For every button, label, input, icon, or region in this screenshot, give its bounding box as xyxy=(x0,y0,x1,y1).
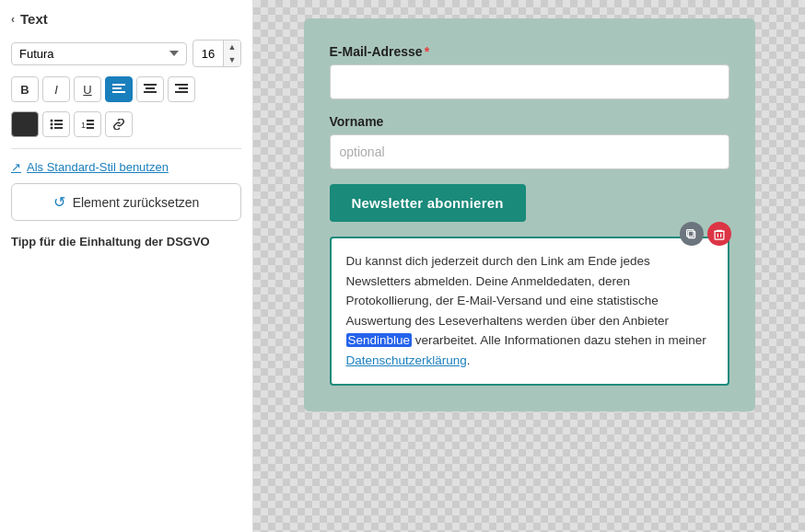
datenschutz-link[interactable]: Datenschutzerklärung xyxy=(346,353,467,367)
email-input[interactable] xyxy=(330,64,729,99)
disclaimer-text-part-1: Du kannst dich jederzeit durch den Link … xyxy=(346,254,669,328)
align-left-button[interactable] xyxy=(105,76,133,102)
svg-point-13 xyxy=(51,127,53,130)
svg-rect-10 xyxy=(54,120,63,121)
reset-button-label: Element zurücksetzen xyxy=(73,195,200,210)
font-size-down-button[interactable]: ▼ xyxy=(224,53,240,66)
svg-rect-0 xyxy=(112,84,125,86)
svg-rect-21 xyxy=(715,231,724,239)
italic-button[interactable]: I xyxy=(42,76,70,102)
font-size-up-button[interactable]: ▲ xyxy=(224,40,240,53)
copy-block-button[interactable] xyxy=(680,222,704,246)
svg-rect-12 xyxy=(54,123,63,125)
svg-rect-8 xyxy=(175,91,188,93)
svg-rect-4 xyxy=(146,87,155,89)
divider-1 xyxy=(11,148,241,149)
disclaimer-text-end: . xyxy=(467,353,471,367)
reset-element-button[interactable]: ↺ Element zurücksetzen xyxy=(11,183,241,221)
ordered-list-button[interactable]: 1. xyxy=(74,111,101,137)
back-chevron-icon[interactable]: ‹ xyxy=(11,13,15,26)
disclaimer-text-block[interactable]: Du kannst dich jederzeit durch den Link … xyxy=(330,237,729,386)
email-field-group: E-Mail-Adresse* xyxy=(330,44,729,99)
svg-point-11 xyxy=(51,123,53,126)
sendinblue-highlight: Sendinblue xyxy=(346,333,413,347)
firstname-field-group: Vorname xyxy=(330,114,729,169)
color-list-row: 1. xyxy=(11,111,241,137)
font-size-row: Futura Arial Helvetica Georgia ▲ ▼ xyxy=(11,40,241,67)
unordered-list-button[interactable] xyxy=(42,111,70,137)
svg-rect-7 xyxy=(179,87,188,89)
svg-rect-17 xyxy=(87,123,94,125)
align-right-button[interactable] xyxy=(168,76,195,102)
panel-header: ‹ Text xyxy=(11,11,241,27)
subscribe-button[interactable]: Newsletter abonnieren xyxy=(330,184,526,222)
firstname-input[interactable] xyxy=(330,134,729,169)
text-block-wrapper: Du kannst dich jederzeit durch den Link … xyxy=(330,237,729,386)
svg-rect-5 xyxy=(144,91,157,93)
disclaimer-text-part-2: verarbeitet. Alle Informationen dazu ste… xyxy=(412,333,706,347)
font-size-control: ▲ ▼ xyxy=(192,40,241,67)
reset-icon: ↺ xyxy=(53,193,65,211)
text-color-swatch[interactable] xyxy=(11,111,39,137)
svg-rect-18 xyxy=(87,127,94,129)
svg-point-9 xyxy=(51,120,53,122)
panel-title: Text xyxy=(20,11,48,27)
dsgvo-hint: Tipp für die Einhaltung der DSGVO xyxy=(11,234,241,250)
right-area: E-Mail-Adresse* Vorname Newsletter abonn… xyxy=(253,0,805,532)
left-panel: ‹ Text Futura Arial Helvetica Georgia ▲ … xyxy=(0,0,253,532)
required-star: * xyxy=(425,44,429,59)
svg-rect-6 xyxy=(175,84,188,86)
set-default-style-link[interactable]: ↗ Als Standard-Stil benutzen xyxy=(11,160,241,174)
bold-button[interactable]: B xyxy=(11,76,39,102)
font-size-arrows: ▲ ▼ xyxy=(223,40,240,66)
set-style-icon: ↗ xyxy=(11,160,21,174)
font-family-select[interactable]: Futura Arial Helvetica Georgia xyxy=(11,42,187,65)
font-size-input[interactable] xyxy=(193,43,223,64)
link-button[interactable] xyxy=(105,111,133,137)
text-block-actions xyxy=(680,222,731,246)
svg-rect-16 xyxy=(87,120,94,121)
format-buttons-row: B I U xyxy=(11,76,241,102)
delete-block-button[interactable] xyxy=(707,222,731,246)
email-label: E-Mail-Adresse* xyxy=(330,44,729,59)
align-center-button[interactable] xyxy=(136,76,164,102)
svg-rect-2 xyxy=(112,91,125,93)
svg-rect-14 xyxy=(54,127,63,129)
form-card: E-Mail-Adresse* Vorname Newsletter abonn… xyxy=(304,18,755,411)
underline-button[interactable]: U xyxy=(74,76,101,102)
svg-rect-1 xyxy=(112,87,122,89)
set-style-label: Als Standard-Stil benutzen xyxy=(27,160,169,174)
svg-rect-3 xyxy=(144,84,157,86)
firstname-label: Vorname xyxy=(330,114,729,129)
